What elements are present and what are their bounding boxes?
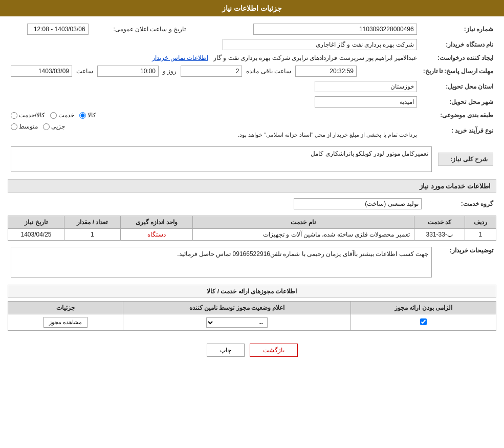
service-quantity: 1	[64, 229, 120, 241]
general-desc-section-header: شرح کلی نیاز:	[438, 153, 493, 166]
category-label-goods: کالا	[87, 112, 96, 119]
service-unit: دستگاه	[120, 229, 192, 241]
print-button[interactable]: چاپ	[207, 344, 245, 357]
deadline-row: 1403/03/09 ساعت 10:00 روز و 2 ساعت باقی …	[11, 66, 417, 77]
category-option-goods: کالا	[79, 112, 96, 119]
permits-status-dropdown[interactable]: --	[206, 317, 268, 328]
purchase-type-radio-group: متوسط جزیی	[11, 123, 417, 130]
general-desc-table: شرح کلی نیاز: تعمیرکامل موتور لودر کوبلک…	[8, 144, 496, 174]
deadline-label: مهلت ارسال پاسخ: تا تاریخ:	[420, 63, 496, 79]
category-label-service: خدمت	[58, 112, 74, 119]
category-option-service: خدمت	[50, 112, 74, 119]
top-info-table: شماره نیاز: 1103093228000496 تاریخ و ساع…	[8, 22, 496, 140]
deadline-day-label: روز و	[163, 68, 177, 75]
deadline-remaining-label: ساعت باقی مانده	[246, 68, 291, 75]
service-name: تعمیر محصولات فلزی ساخته شده، ماشین آلات…	[192, 229, 414, 241]
general-desc-box: تعمیرکامل موتور لودر کوبلکو باتراشکاری ک…	[11, 146, 432, 172]
col-header-code: کد خدمت	[414, 216, 465, 229]
purchase-radio-medium[interactable]	[11, 123, 17, 130]
page-wrapper: جزئیات اطلاعات نیاز شماره نیاز: 11030932…	[0, 0, 504, 448]
category-label: طبقه بندی موضوعی:	[420, 110, 496, 121]
permits-table: الزامی بودن ارائه مجوز اعلام وضعیت مجوز …	[8, 301, 496, 331]
row-num: 1	[465, 229, 496, 241]
creator-name: عبدالامیر ابراهیم پور سرپرست قراردادهای …	[213, 54, 417, 61]
service-group-table: گروه خدمت: تولید صنعتی (ساخت)	[8, 196, 496, 211]
permits-required-cell	[351, 314, 496, 331]
creator-label: ایجاد کننده درخواست:	[420, 52, 496, 63]
category-radio-group: کالا/خدمت خدمت کالا	[11, 112, 417, 119]
deadline-remaining: 20:32:59	[295, 66, 357, 77]
permits-required-checkbox[interactable]	[420, 318, 427, 325]
service-code: پ-33-331	[414, 229, 465, 241]
buyer-org-value: شرکت بهره برداری نفت و گاز اغاجاری	[223, 39, 417, 50]
purchase-label-small: جزیی	[51, 123, 65, 130]
page-header: جزئیات اطلاعات نیاز	[0, 0, 504, 16]
deadline-days: 2	[181, 66, 242, 77]
purchase-option-medium: متوسط	[11, 123, 38, 130]
city-value: امیدیه	[315, 96, 417, 108]
service-group-label: گروه خدمت:	[425, 196, 496, 211]
need-number-field: 1103093228000496	[253, 24, 417, 35]
city-label: شهر محل تحویل:	[420, 94, 496, 110]
view-permit-button[interactable]: مشاهده مجوز	[43, 317, 87, 328]
province-value: خوزستان	[315, 81, 417, 92]
deadline-date: 1403/03/09	[11, 66, 72, 77]
announce-date: 1403/03/06 - 12:08	[27, 24, 89, 35]
purchase-label-medium: متوسط	[19, 123, 38, 130]
services-section-header: اطلاعات خدمات مورد نیاز	[8, 179, 496, 193]
category-option-goods-service: کالا/خدمت	[11, 112, 45, 119]
category-radio-goods[interactable]	[79, 112, 86, 119]
col-header-row: ردیف	[465, 216, 496, 229]
service-date: 1403/04/25	[8, 229, 64, 241]
category-label-goods-service: کالا/خدمت	[19, 112, 45, 119]
buyer-org-label: نام دستگاه خریدار:	[420, 37, 496, 52]
need-number-label: شماره نیاز:	[420, 22, 496, 37]
buyer-notes-table: توضیحات خریدار: جهت کسب اطلاعات بیشتر با…	[8, 245, 496, 280]
permits-col-required: الزامی بودن ارائه مجوز	[351, 302, 496, 314]
purchase-radio-small[interactable]	[43, 123, 50, 130]
table-row: 1 پ-33-331 تعمیر محصولات فلزی ساخته شده،…	[8, 229, 496, 241]
announce-label: تاریخ و ساعت اعلان عمومی:	[92, 22, 189, 37]
back-button[interactable]: بازگشت	[250, 344, 298, 357]
province-label: استان محل تحویل:	[420, 79, 496, 94]
page-title: جزئیات اطلاعات نیاز	[222, 4, 282, 12]
permits-col-details: جزئیات	[8, 302, 123, 314]
permits-details-cell: مشاهده مجوز	[8, 314, 123, 331]
service-group-value: تولید صنعتی (ساخت)	[294, 198, 422, 209]
need-number-value: 1103093228000496	[209, 22, 420, 37]
action-buttons-row: بازگشت چاپ	[8, 336, 496, 365]
deadline-time: 10:00	[97, 66, 159, 77]
col-header-unit: واحد اندازه گیری	[120, 216, 192, 229]
deadline-time-label: ساعت	[76, 68, 93, 75]
permits-section-header: اطلاعات مجوزهای ارائه خدمت / کالا	[8, 285, 496, 298]
permits-row: -- مشاهده مجوز	[8, 314, 496, 331]
buyer-notes-label: توضیحات خریدار:	[435, 245, 496, 280]
services-table: ردیف کد خدمت نام خدمت واحد اندازه گیری ت…	[8, 216, 496, 241]
purchase-type-label: نوع فرآیند خرید :	[420, 121, 496, 140]
purchase-option-small: جزیی	[43, 123, 65, 130]
col-header-date: تاریخ نیاز	[8, 216, 64, 229]
col-header-name: نام خدمت	[192, 216, 414, 229]
col-header-qty: تعداد / مقدار	[64, 216, 120, 229]
category-radio-goods-service[interactable]	[11, 112, 17, 119]
purchase-note: پرداخت تمام یا بخشی از مبلغ خریدار از مح…	[11, 132, 417, 138]
permits-status-cell: --	[123, 314, 351, 331]
buyer-notes-box: جهت کسب اطلاعات بیشتر باآقای یزمان رحیمی…	[11, 247, 432, 278]
category-radio-service[interactable]	[50, 112, 57, 119]
contact-link[interactable]: اطلاعات تماس خریدار	[152, 54, 208, 61]
permits-col-status: اعلام وضعیت مجوز توسط نامین کننده	[123, 302, 351, 314]
main-content: شماره نیاز: 1103093228000496 تاریخ و ساع…	[0, 16, 504, 370]
